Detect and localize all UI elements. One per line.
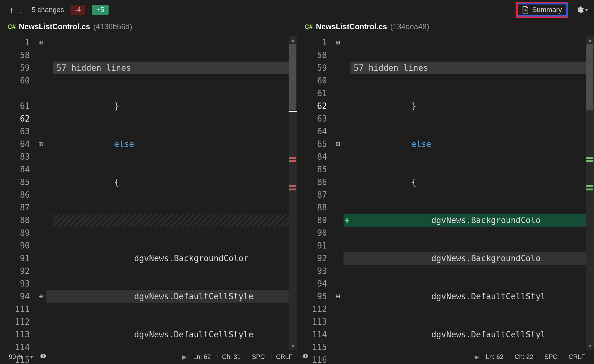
hidden-lines-bar[interactable]: 57 hidden lines bbox=[350, 62, 586, 74]
expand-icon[interactable]: ⊞ bbox=[332, 290, 344, 303]
left-gutter: 1 58 59 60 61 62 63 64 83 84 85 86 87 88… bbox=[0, 36, 35, 350]
left-file-hash: (4136b56d) bbox=[93, 22, 132, 31]
expand-icon[interactable]: ⊞ bbox=[332, 36, 344, 49]
scroll-down-icon[interactable]: ▾ bbox=[586, 342, 594, 350]
expand-icon[interactable]: ⊞ bbox=[35, 290, 46, 303]
status-line[interactable]: Ln: 62 bbox=[189, 352, 216, 362]
scroll-thumb[interactable] bbox=[586, 44, 593, 110]
h-scroll-chevron-icon[interactable]: ▶ bbox=[475, 354, 479, 361]
right-file-name: NewsListControl.cs bbox=[316, 22, 387, 31]
status-indent[interactable]: SPC bbox=[540, 352, 562, 362]
status-line[interactable]: Ln: 62 bbox=[481, 352, 508, 362]
scroll-up-icon[interactable]: ▴ bbox=[586, 36, 594, 44]
scroll-down-icon[interactable]: ▾ bbox=[289, 342, 297, 350]
h-scroll-chevron-icon[interactable]: ▶ bbox=[182, 354, 187, 361]
summary-label: Summary bbox=[532, 6, 562, 14]
summary-button[interactable]: Summary bbox=[517, 3, 567, 17]
changes-count: 5 changes bbox=[32, 6, 64, 14]
status-eol[interactable]: CRLF bbox=[564, 352, 590, 362]
hidden-lines-bar[interactable]: 57 hidden lines bbox=[53, 62, 289, 74]
zoom-caret-icon[interactable]: ▾ bbox=[30, 354, 33, 360]
prev-change-button[interactable]: ↑ bbox=[10, 6, 14, 14]
status-col[interactable]: Ch: 31 bbox=[217, 352, 245, 362]
gap-placeholder bbox=[53, 214, 289, 227]
status-indent[interactable]: SPC bbox=[247, 352, 269, 362]
settings-caret-icon: ▾ bbox=[585, 7, 588, 12]
status-eol[interactable]: CRLF bbox=[271, 352, 297, 362]
left-code[interactable]: 57 hidden lines } else { dgvNews.Backgro… bbox=[46, 36, 289, 350]
added-count-chip: +5 bbox=[92, 5, 109, 15]
right-scrollbar[interactable]: ▴ ▾ bbox=[586, 36, 594, 350]
right-file-header: C# NewsListControl.cs (134dea48) bbox=[297, 20, 594, 36]
right-diff-pane[interactable]: 1 58 59 60 61 62 63 64 65 84 85 86 87 88… bbox=[297, 36, 594, 350]
settings-button[interactable]: ▾ bbox=[576, 6, 588, 14]
next-change-button[interactable]: ↓ bbox=[18, 6, 22, 14]
csharp-icon: C# bbox=[305, 23, 313, 30]
csharp-icon: C# bbox=[8, 23, 16, 30]
right-fold-column: ⊞ ⊞ ⊞ bbox=[332, 36, 344, 350]
expand-icon[interactable]: ⊞ bbox=[332, 138, 344, 150]
right-gutter: 1 58 59 60 61 62 63 64 65 84 85 86 87 88… bbox=[297, 36, 332, 350]
left-file-name: NewsListControl.cs bbox=[19, 22, 90, 31]
left-file-header: C# NewsListControl.cs (4136b56d) bbox=[0, 20, 297, 36]
left-scrollbar[interactable]: ▴ ▾ bbox=[289, 36, 297, 350]
left-fold-column: ⊞ ⊞ ⊞ bbox=[35, 36, 46, 350]
left-diff-pane[interactable]: 1 58 59 60 61 62 63 64 83 84 85 86 87 88… bbox=[0, 36, 297, 350]
right-code[interactable]: 57 hidden lines } else { + dgvNews.Backg… bbox=[344, 36, 586, 350]
diff-toolbar: ↑ ↓ 5 changes -4 +5 Summary ▾ bbox=[0, 0, 594, 20]
expand-icon[interactable]: ⊞ bbox=[35, 36, 46, 49]
summary-icon bbox=[522, 6, 529, 14]
scroll-thumb[interactable] bbox=[289, 44, 296, 110]
right-file-hash: (134dea48) bbox=[390, 22, 429, 31]
status-col[interactable]: Ch: 22 bbox=[510, 352, 538, 362]
scroll-up-icon[interactable]: ▴ bbox=[289, 36, 297, 44]
expand-icon[interactable]: ⊞ bbox=[35, 138, 46, 150]
removed-count-chip: -4 bbox=[70, 5, 86, 15]
gear-icon bbox=[576, 6, 584, 14]
